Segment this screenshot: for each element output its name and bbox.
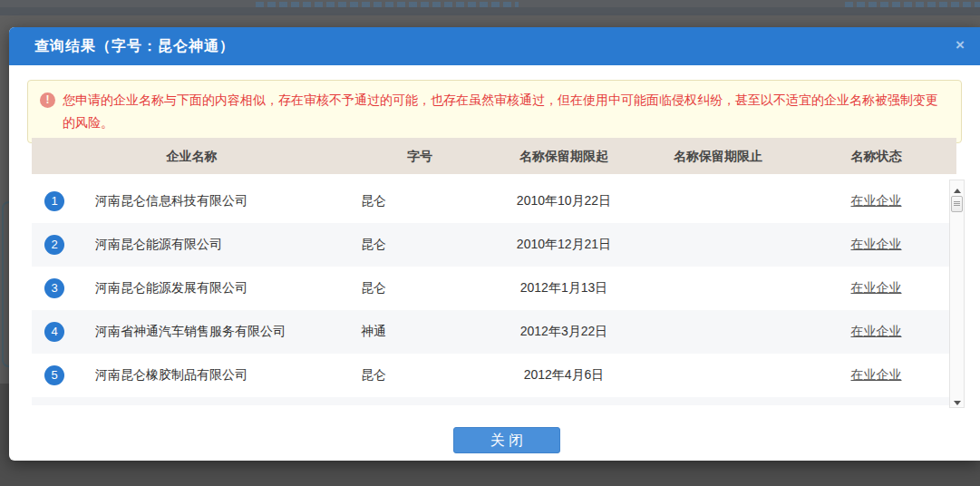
table-row: 3 河南昆仑能源发展有限公司 昆仑 2012年1月13日 在业企业: [32, 267, 956, 310]
status-cell: 在业企业: [796, 324, 956, 340]
dialog-title: 查询结果（字号：昆仑神通）: [9, 27, 980, 65]
scrollbar-down-icon[interactable]: [950, 393, 964, 407]
row-number-badge: 1: [44, 191, 64, 211]
column-header-name-status: 名称状态: [796, 138, 956, 174]
row-number-badge: 5: [44, 365, 64, 385]
company-name-cell: 河南昆仑能源发展有限公司: [77, 280, 352, 296]
query-result-dialog: 查询结果（字号：昆仑神通） × ! 您申请的企业名称与下面的内容相似，存在审核不…: [9, 27, 980, 461]
table-row: 5 河南昆仑橡胶制品有限公司 昆仑 2012年4月6日 在业企业: [32, 354, 956, 397]
column-header-reserve-start: 名称保留期限起: [488, 138, 640, 174]
close-button[interactable]: 关 闭: [453, 427, 560, 453]
company-name-cell: 河南省神通汽车销售服务有限公司: [77, 324, 352, 340]
company-name-cell: 河南昆仑能源有限公司: [77, 237, 352, 253]
row-index-cell: 5: [32, 365, 77, 385]
reserve-start-cell: 2010年12月21日: [488, 237, 640, 253]
close-icon[interactable]: ×: [956, 27, 965, 65]
trade-name-cell: 昆仑: [352, 367, 488, 384]
status-link[interactable]: 在业企业: [851, 237, 902, 251]
scrollbar-thumb[interactable]: [951, 196, 963, 212]
status-cell: 在业企业: [796, 367, 956, 384]
row-number-badge: 4: [44, 322, 64, 342]
status-cell: 在业企业: [796, 193, 956, 209]
row-number-badge: 2: [44, 235, 64, 255]
table-row: 2 河南昆仑能源有限公司 昆仑 2010年12月21日 在业企业: [32, 223, 956, 267]
row-index-cell: 2: [32, 235, 77, 255]
column-header-trade-name: 字号: [352, 138, 488, 174]
status-link[interactable]: 在业企业: [851, 193, 902, 208]
scrollbar-up-icon[interactable]: [950, 180, 964, 195]
table-row: 1 河南昆仑信息科技有限公司 昆仑 2010年10月22日 在业企业: [32, 180, 956, 223]
reserve-start-cell: 2012年1月13日: [488, 280, 640, 296]
background-divider-bar: [0, 7, 980, 15]
row-number-badge: 3: [44, 278, 64, 298]
company-name-cell: 河南昆仑橡胶制品有限公司: [77, 367, 352, 384]
table-body: 1 河南昆仑信息科技有限公司 昆仑 2010年10月22日 在业企业 2 河南昆…: [32, 180, 956, 405]
reserve-start-cell: 2012年4月6日: [488, 367, 640, 384]
warning-text: 您申请的企业名称与下面的内容相似，存在审核不予通过的可能，也存在虽然审核通过，但…: [63, 92, 938, 130]
reserve-start-cell: 2012年3月22日: [488, 324, 640, 340]
dialog-header: 查询结果（字号：昆仑神通） ×: [9, 27, 980, 65]
status-link[interactable]: 在业企业: [851, 324, 902, 338]
table-row: 4 河南省神通汽车销售服务有限公司 神通 2012年3月22日 在业企业: [32, 310, 956, 354]
trade-name-cell: 神通: [352, 324, 488, 340]
table-row: 6: [32, 397, 956, 405]
trade-name-cell: 昆仑: [352, 280, 488, 296]
status-cell: 在业企业: [796, 280, 956, 296]
similarity-warning-banner: ! 您申请的企业名称与下面的内容相似，存在审核不予通过的可能，也存在虽然审核通过…: [27, 80, 962, 143]
background-page-top: [0, 0, 980, 7]
status-link[interactable]: 在业企业: [851, 367, 902, 382]
row-index-cell: 4: [32, 322, 77, 342]
scrollbar-grip-icon: [954, 201, 960, 207]
row-index-cell: 1: [32, 191, 77, 211]
column-header-reserve-end: 名称保留期限止: [640, 138, 796, 174]
status-cell: 在业企业: [796, 237, 956, 253]
warning-icon: !: [40, 92, 55, 108]
company-name-cell: 河南昆仑信息科技有限公司: [77, 193, 352, 209]
trade-name-cell: 昆仑: [352, 237, 488, 253]
status-link[interactable]: 在业企业: [851, 280, 902, 295]
trade-name-cell: 昆仑: [352, 193, 488, 209]
column-header-company-name: 企业名称: [32, 138, 352, 174]
result-table: 企业名称 字号 名称保留期限起 名称保留期限止 名称状态 1 河南昆仑信息科技有…: [32, 138, 956, 405]
table-header-row: 企业名称 字号 名称保留期限起 名称保留期限止 名称状态: [32, 138, 956, 174]
row-index-cell: 3: [32, 278, 77, 298]
reserve-start-cell: 2010年10月22日: [488, 193, 640, 209]
table-scrollbar[interactable]: [949, 180, 965, 408]
